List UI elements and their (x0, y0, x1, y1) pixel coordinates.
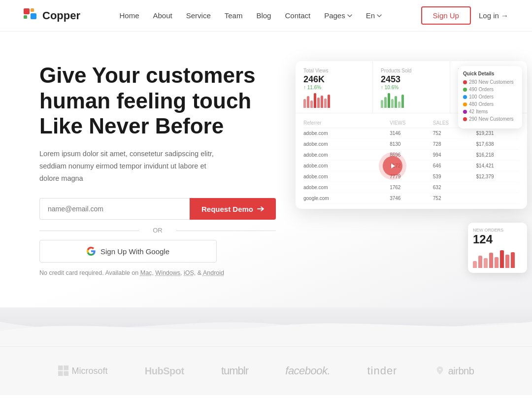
hero-subtitle: Lorem ipsum dolor sit amet, consetetur s… (39, 148, 227, 184)
hero-section: Give Your customers human feeling touch … (0, 32, 532, 307)
table-row: adobe.com 7779 539 $12,379 (303, 171, 519, 182)
hero-left: Give Your customers human feeling touch … (39, 63, 276, 277)
login-button[interactable]: Log in → (479, 11, 508, 20)
nav-team[interactable]: Team (225, 11, 243, 20)
table-row: adobe.com 3146 752 $19,231 (303, 128, 519, 139)
side-row: 100 Orders (463, 94, 517, 100)
nav-actions: Sign Up Log in → (421, 6, 508, 25)
table-row: adobe.com 1172 646 $14,421 (303, 161, 519, 171)
play-icon (389, 162, 397, 170)
svg-rect-6 (64, 366, 68, 370)
svg-rect-3 (31, 13, 36, 19)
brands-strip: Microsoft HubSpot tumblr facebook. tinde… (0, 346, 532, 395)
svg-marker-4 (391, 164, 395, 168)
stat-total-views: Total Views 246K ↑ 11.6% (296, 61, 373, 113)
nav-contact[interactable]: Contact (285, 11, 310, 20)
brand-name: Copper (42, 9, 80, 22)
table-row: adobe.com 1762 632 (303, 182, 519, 193)
svg-rect-8 (64, 371, 68, 376)
svg-rect-2 (24, 15, 27, 19)
demo-button[interactable]: Request Demo (190, 198, 276, 220)
airbnb-icon (434, 366, 445, 376)
svg-rect-1 (31, 8, 34, 12)
hero-note: No credit card required. Available on Ma… (39, 269, 276, 276)
nav-links: Home About Service Team Blog Contact Pag… (120, 11, 382, 20)
stat-chart-products (381, 93, 442, 108)
brand-airbnb: airbnb (434, 366, 474, 377)
side-row: 480 Orders (463, 101, 517, 107)
brand-tumblr: tumblr (221, 365, 248, 377)
nav-home[interactable]: Home (120, 11, 139, 20)
svg-rect-5 (58, 366, 63, 370)
hero-form: Request Demo (39, 198, 276, 220)
orders-bar-chart (473, 250, 522, 268)
wave-divider (0, 307, 532, 346)
navbar: Copper Home About Service Team Blog Cont… (0, 0, 532, 32)
google-icon (87, 247, 96, 256)
microsoft-icon (58, 366, 69, 376)
brand-facebook: facebook. (285, 365, 330, 377)
wave-svg (0, 307, 532, 346)
side-row: 42 Items (463, 109, 517, 114)
side-row: 290 New Customers (463, 116, 517, 122)
logo-icon (24, 8, 38, 23)
or-divider: OR (39, 227, 276, 234)
email-input[interactable] (39, 198, 190, 220)
table-row: adobe.com 8696 994 $16,218 (303, 150, 519, 161)
how-it-works-section: How It Works (0, 395, 532, 399)
svg-rect-7 (58, 371, 63, 376)
hero-right: Total Views 246K ↑ 11.6% (276, 61, 512, 278)
brand-hubspot: HubSpot (145, 366, 184, 377)
nav-lang-dropdown[interactable]: En (366, 11, 382, 20)
side-row: 280 New Customers (463, 79, 517, 85)
stat-chart-views (303, 93, 365, 108)
google-signin-button[interactable]: Sign Up With Google (39, 240, 217, 263)
nav-about[interactable]: About (153, 11, 172, 20)
hero-title: Give Your customers human feeling touch … (39, 63, 276, 139)
arrow-right-icon (257, 205, 264, 212)
table-row: adobe.com 8130 728 $17,638 (303, 139, 519, 150)
new-orders-card: NEW ORDERS 124 (468, 223, 527, 273)
brand-tinder: tinder (367, 365, 397, 377)
quick-details-card: Quick Details 280 New Customers 490 Orde… (458, 66, 522, 129)
chevron-down-icon (347, 13, 352, 18)
brand-logo[interactable]: Copper (24, 8, 80, 23)
nav-blog[interactable]: Blog (256, 11, 271, 20)
brand-microsoft: Microsoft (58, 366, 108, 376)
side-row: 490 Orders (463, 87, 517, 92)
nav-service[interactable]: Service (186, 11, 211, 20)
table-row: google.com 3746 752 (303, 193, 519, 204)
play-button[interactable] (379, 152, 406, 180)
stat-products-sold: Products Sold 2453 ↑ 10.6% (373, 61, 450, 113)
signup-button[interactable]: Sign Up (421, 6, 471, 25)
chevron-down-icon (377, 13, 382, 18)
svg-rect-0 (24, 8, 30, 14)
nav-pages-dropdown[interactable]: Pages (324, 11, 352, 20)
